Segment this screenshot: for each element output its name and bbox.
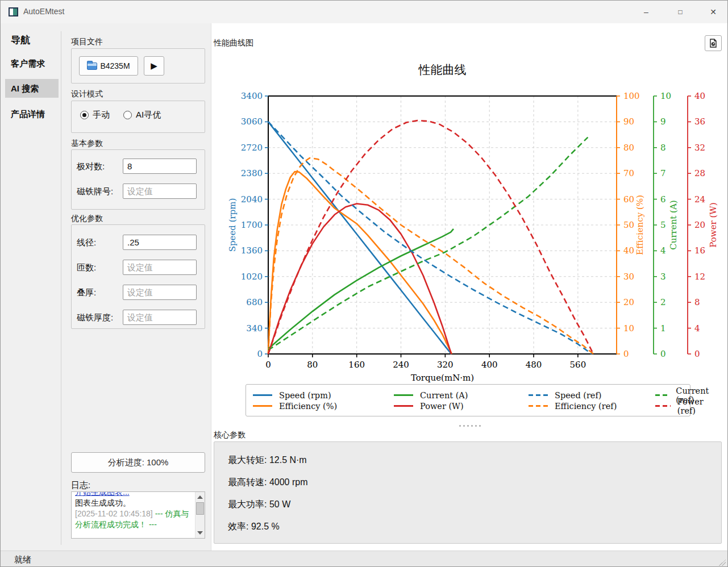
svg-text:400: 400	[481, 360, 498, 370]
radio-dot	[123, 111, 132, 119]
svg-text:1020: 1020	[241, 272, 263, 282]
svg-text:0: 0	[623, 349, 629, 359]
legend-item: Power (W)	[394, 401, 529, 411]
svg-text:28: 28	[694, 168, 705, 178]
project-file-button[interactable]: B4235M	[79, 56, 138, 76]
scroll-thumb[interactable]	[196, 502, 204, 515]
svg-text:2040: 2040	[241, 194, 263, 205]
chart-canvas: 034068010201360170020402380272030603400S…	[213, 55, 724, 425]
svg-text:3060: 3060	[241, 116, 263, 127]
svg-text:2720: 2720	[241, 143, 263, 153]
app-icon	[9, 7, 18, 16]
legend-item: Efficiency (%)	[253, 401, 394, 411]
legend-item: Efficiency (ref)	[529, 401, 655, 411]
efficiency-value: 效率: 92.5 %	[228, 521, 280, 533]
svg-text:40: 40	[694, 91, 705, 101]
max-torque-value: 最大转矩: 12.5 N·m	[228, 455, 307, 466]
svg-text:4: 4	[694, 323, 700, 333]
legend-item: Speed (rpm)	[253, 390, 394, 401]
splitter-handle[interactable]	[459, 425, 481, 427]
svg-text:480: 480	[526, 360, 542, 370]
svg-text:Speed (rpm): Speed (rpm)	[227, 198, 238, 252]
export-image-icon	[709, 39, 718, 48]
wire-diameter-label: 线径:	[77, 237, 96, 248]
analysis-progress-button[interactable]: 分析进度: 100%	[71, 452, 205, 473]
status-bar: 就绪	[1, 551, 727, 567]
svg-text:7: 7	[660, 168, 666, 178]
svg-text:560: 560	[570, 360, 586, 370]
svg-text:Torque(mN·m): Torque(mN·m)	[411, 373, 474, 383]
wire-diameter-input[interactable]	[123, 235, 197, 250]
project-file-name: B4235M	[100, 61, 130, 70]
core-params-box: 最大转矩: 12.5 N·m 最高转速: 4000 rpm 最大功率: 50 W…	[214, 441, 722, 544]
window-title: AutoEMtest	[23, 7, 64, 16]
magnet-grade-input[interactable]	[123, 184, 197, 199]
stack-length-input[interactable]	[123, 285, 197, 300]
svg-text:36: 36	[694, 116, 705, 127]
sidebar-item-ai-search[interactable]: AI 搜索	[5, 79, 59, 98]
svg-text:8: 8	[694, 297, 700, 307]
scroll-up-icon[interactable]	[197, 495, 203, 499]
chart-legend: Speed (rpm)Efficiency (%)Current (A)Powe…	[246, 384, 690, 416]
project-file-label: 项目文件	[71, 37, 103, 47]
svg-text:1: 1	[660, 323, 666, 333]
close-button[interactable]: ✕	[702, 4, 725, 20]
max-speed-value: 最高转速: 4000 rpm	[228, 477, 307, 489]
svg-text:24: 24	[694, 194, 705, 205]
radio-ai-optimize-label: AI寻优	[136, 110, 161, 120]
svg-text:80: 80	[307, 360, 318, 370]
svg-text:3400: 3400	[241, 91, 263, 101]
svg-text:Efficiency (%): Efficiency (%)	[635, 195, 645, 255]
pole-pairs-label: 极对数:	[77, 161, 105, 172]
chart-panel: 性能曲线图 0340680102013601700204023802720306…	[211, 23, 728, 551]
svg-text:10: 10	[623, 323, 634, 333]
svg-text:90: 90	[623, 116, 634, 127]
svg-text:0: 0	[265, 360, 271, 370]
core-params-label: 核心参数	[214, 430, 246, 440]
sidebar-item-product-detail[interactable]: 产品详情	[5, 105, 59, 123]
magnet-grade-label: 磁铁牌号:	[77, 186, 113, 197]
turns-label: 匝数:	[77, 262, 96, 273]
log-label: 日志:	[71, 480, 90, 491]
svg-text:8: 8	[660, 143, 666, 153]
svg-text:0: 0	[694, 349, 700, 359]
log-content: 开始生成图表...图表生成成功。[2025-11-02 10:45:18] --…	[75, 491, 193, 530]
radio-manual[interactable]: 手动	[80, 110, 110, 120]
opt-params-label: 优化参数	[71, 214, 103, 224]
svg-text:3: 3	[660, 272, 666, 282]
log-scrollbar[interactable]	[195, 492, 205, 538]
magnet-thickness-label: 磁铁厚度:	[77, 312, 113, 323]
svg-text:0: 0	[257, 349, 263, 359]
sidebar-item-customer-needs[interactable]: 客户需求	[5, 54, 59, 73]
svg-text:100: 100	[623, 91, 640, 101]
export-image-button[interactable]	[705, 35, 722, 51]
svg-text:5: 5	[660, 220, 666, 230]
run-button[interactable]: ▶	[144, 56, 164, 76]
radio-dot	[80, 111, 89, 119]
design-mode-label: 设计模式	[71, 89, 103, 99]
svg-text:32: 32	[694, 143, 705, 153]
turns-input[interactable]	[123, 260, 197, 275]
svg-text:40: 40	[623, 245, 634, 256]
magnet-thickness-input[interactable]	[123, 310, 197, 325]
svg-text:30: 30	[623, 272, 634, 282]
folder-icon	[87, 62, 97, 70]
nav-header: 导航	[11, 34, 30, 47]
minimize-button[interactable]: –	[635, 4, 658, 20]
svg-text:16: 16	[694, 245, 705, 256]
nav-sidebar: 导航 客户需求 AI 搜索 产品详情	[1, 23, 61, 551]
radio-ai-optimize[interactable]: AI寻优	[123, 110, 161, 120]
performance-chart: 034068010201360170020402380272030603400S…	[213, 55, 724, 425]
pole-pairs-input[interactable]	[123, 159, 197, 174]
svg-text:2: 2	[660, 297, 666, 307]
svg-text:20: 20	[694, 220, 705, 230]
maximize-button[interactable]: □	[669, 4, 692, 20]
svg-text:340: 340	[246, 323, 263, 333]
log-box[interactable]: 开始生成图表...图表生成成功。[2025-11-02 10:45:18] --…	[71, 491, 205, 539]
resize-grip-icon[interactable]	[719, 559, 726, 566]
scroll-down-icon[interactable]	[197, 531, 203, 535]
svg-text:9: 9	[660, 116, 666, 127]
title-bar: AutoEMtest – □ ✕	[1, 1, 727, 23]
svg-text:4: 4	[660, 245, 666, 256]
svg-text:320: 320	[437, 360, 454, 370]
